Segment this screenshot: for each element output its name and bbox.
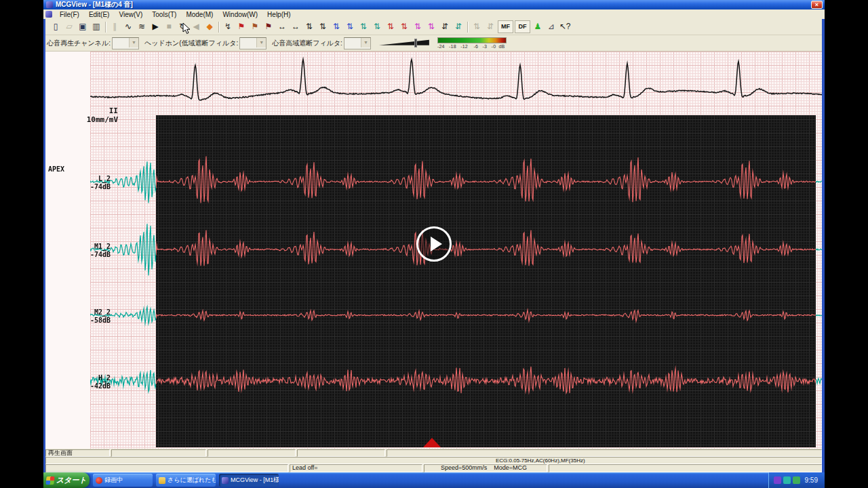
expand-horizontal-icon[interactable]: ↔ [289,20,302,33]
channel-label-L_2: L_2-74dB [45,175,111,191]
shift-updown2-icon[interactable]: ⇵ [452,20,465,33]
windows-flag-icon [45,476,54,485]
start-label: スタート [56,475,87,485]
task-label: MCGView - [M1様の4... [231,476,279,485]
taskbar: スタート 録画中さらに選ばれたものMCGView - [M1様の4... 9:5… [43,472,825,488]
mcg-app-icon [222,477,229,484]
sensor-jack-icon[interactable]: ↯ [221,20,235,33]
menu-item-edit[interactable]: Edit(E) [84,10,115,19]
gain-updown-red-icon[interactable]: ⇅ [384,20,397,33]
waveform-view-icon[interactable]: ∿ [121,20,135,33]
scale-triangle-icon[interactable]: ⊿ [545,20,558,33]
save-icon[interactable]: ▣ [76,20,90,33]
shift-updown-icon[interactable]: ⇵ [438,20,452,33]
gain-updown-red2-icon[interactable]: ⇅ [397,20,411,33]
menu-item-view[interactable]: View(V) [114,10,147,19]
multi-view-icon[interactable]: ≋ [135,20,149,33]
app-icon [46,1,53,8]
video-play-button[interactable] [416,226,452,262]
gain-updown-magenta2-icon[interactable]: ⇅ [425,20,438,33]
flag-red-icon[interactable]: ⚑ [235,20,248,33]
task-label: さらに選ばれたもの [167,476,216,485]
gain-updown-teal2-icon[interactable]: ⇅ [370,20,384,33]
channel-up-icon: ⇅ [470,20,484,33]
taskbar-task[interactable]: MCGView - [M1様の4... [219,474,279,487]
speed-text: Speed=500mm/s [441,465,487,472]
chevron-down-icon: ▼ [361,38,370,47]
flag-rust-icon[interactable]: ⚑ [248,20,262,33]
headphone-filter-select[interactable]: ▼ [239,37,267,49]
taskbar-clock: 9:59 [805,476,818,484]
operator-icon[interactable]: ♟ [531,20,545,33]
gain-updown-teal-icon[interactable]: ⇅ [357,20,370,33]
taskbar-tasks: 録画中さらに選ばれたものMCGView - [M1様の4... [90,474,279,487]
highcut-filter-select[interactable]: ▼ [344,37,371,49]
lead-name: II [45,106,118,115]
channel-label-M2_2: M2_2-58dB [45,308,111,325]
document-icon [45,11,52,18]
status-bar-lower: Lead off= Speed=500mm/s Mode=MCG [45,464,822,472]
gain-updown-blue-icon[interactable]: ⇅ [330,20,343,33]
df-filter-button[interactable]: DF [515,20,530,33]
lead-off-text: Lead off= [292,464,318,471]
record-icon [96,477,102,484]
menu-bar-items: File(F)Edit(E)View(V)Tools(T)Mode(M)Wind… [55,10,296,19]
playback-channel-label: 心音再生チャンネル: [47,39,111,48]
mf-filter-button[interactable]: MF [498,20,513,33]
volume-slider[interactable] [379,38,429,48]
start-button[interactable]: スタート [43,472,90,488]
level-meter-scale: -24 -18 -12 -6 -3 -0 dB [437,44,507,49]
status-speed-panel: Speed=500mm/s Mode=MCG [424,464,547,472]
gain-updown-magenta-icon[interactable]: ⇅ [411,20,425,33]
ecg-lead-label: II 10mm/mV [45,106,118,124]
title-bar[interactable]: MCGView - [M1様の4 音] × [43,0,825,9]
tray-audio-icon[interactable] [783,476,791,484]
toolbar-separator [467,22,468,33]
level-meter: -24 -18 -12 -6 -3 -0 dB [437,37,507,49]
channel-label-H_2: H_2-42dB [45,374,111,390]
new-file-icon[interactable]: ▯ [49,20,62,33]
menu-item-mode[interactable]: Mode(M) [181,10,218,19]
play-icon[interactable]: ▶ [149,20,162,33]
gain-updown-black-icon[interactable]: ⇅ [302,20,316,33]
tray-network-icon[interactable] [793,476,800,484]
menu-item-window[interactable]: Window(W) [218,10,262,19]
status-ecg-filter-panel: ECG:0.05-75Hz,AC(60Hz),MF(35Hz) [45,457,822,464]
menu-item-tools[interactable]: Tools(T) [147,10,181,19]
window-border-right [822,19,825,472]
playback-channel-select[interactable]: ▼ [112,37,139,49]
tray-app-icon[interactable] [774,476,781,484]
status-panel [549,464,822,472]
waveform-canvas [90,52,822,449]
main-toolbar: ▯▱▣▥∥∿≋▶■↻◀◆↯⚑⚑⚑↔↔⇅⇅⇅⇅⇅⇅⇅⇅⇅⇅⇵⇵⇅⇵MFDF♟⊿↖? [43,19,825,35]
sound-controls-toolbar: 心音再生チャンネル: ▼ ヘッドホン(低域遮断フィルタ: ▼ 心音高域遮断フィル… [43,35,825,52]
mcgview-window: MCGView - [M1様の4 音] × File(F)Edit(E)View… [43,0,825,488]
menu-item-help[interactable]: Help(H) [262,10,295,19]
taskbar-task[interactable]: さらに選ばれたもの [156,474,216,487]
gain-updown-black2-icon[interactable]: ⇅ [316,20,330,33]
status-screen-panel: 再生画面 [45,449,110,457]
volume-wedge-icon [379,39,429,47]
status-bar-middle: ECG:0.05-75Hz,AC(60Hz),MF(35Hz) [45,457,822,464]
main-area: II 10mm/mV APEX L_2-74dBM1_2-74dBM2_2-58… [45,52,822,449]
volume-slider-thumb[interactable] [414,39,417,47]
close-button[interactable]: × [811,1,823,9]
status-bar-upper: 再生画面 [45,449,822,457]
folder-icon [159,477,165,484]
open-file-icon: ▱ [62,20,76,33]
status-panel [208,449,296,457]
taskbar-task[interactable]: 録画中 [93,474,153,487]
flag-dark-icon[interactable]: ⚑ [262,20,275,33]
ecg-filter-text: ECG:0.05-75Hz,AC(60Hz),MF(35Hz) [496,458,585,464]
menu-item-file[interactable]: File(F) [55,10,84,19]
print-icon[interactable]: ▥ [90,20,103,33]
level-meter-bar [437,37,507,43]
channel-label-M1_2: M1_2-74dB [45,243,111,259]
context-help-icon[interactable]: ↖? [558,20,572,33]
event-marker-icon[interactable]: ◆ [203,20,216,33]
status-leadoff-panel: Lead off= [290,464,422,472]
channel-down-icon: ⇵ [484,20,497,33]
gain-updown-blue2-icon[interactable]: ⇅ [343,20,357,33]
pan-horizontal-icon[interactable]: ↔ [275,20,289,33]
mode-text: Mode=MCG [494,465,527,472]
